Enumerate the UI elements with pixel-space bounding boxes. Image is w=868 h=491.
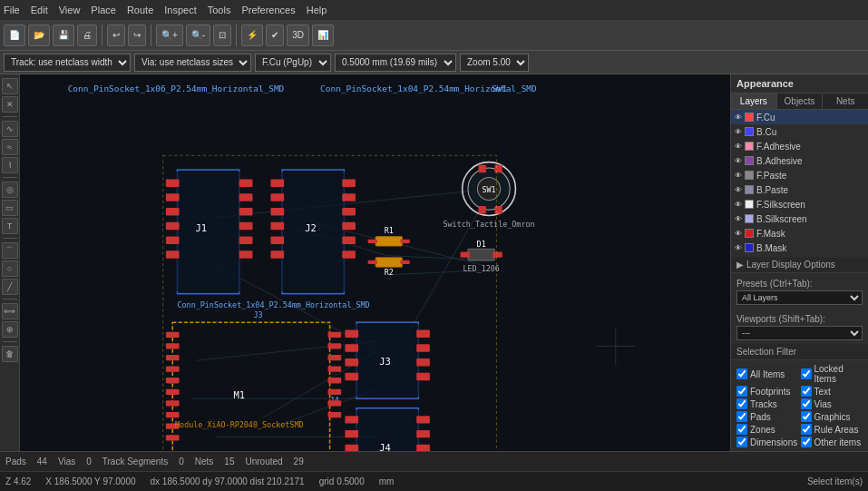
chevron-right-icon: ▶ (736, 260, 744, 270)
layer-visibility-3[interactable]: 👁 (735, 157, 742, 165)
measure-tool[interactable]: ⟺ (2, 303, 18, 319)
layer-visibility-9[interactable]: 👁 (735, 244, 742, 252)
circle-tool[interactable]: ○ (2, 260, 18, 277)
zoom-fit-button[interactable]: ⊡ (213, 25, 231, 46)
selection-filter-grid: All ItemsLocked ItemsFootprintsTextTrack… (731, 360, 868, 451)
layer-visibility-0[interactable]: 👁 (735, 113, 742, 122)
save-button[interactable]: 💾 (53, 25, 74, 46)
layer-item-b-mask[interactable]: 👁B.Mask (731, 241, 868, 255)
tune-tool[interactable]: ⌇ (2, 157, 18, 173)
layer-visibility-2[interactable]: 👁 (735, 142, 742, 151)
layer-item-b-adhesive[interactable]: 👁B.Adhesive (731, 153, 868, 168)
menu-help[interactable]: Help (307, 5, 327, 15)
layer-visibility-6[interactable]: 👁 (735, 201, 742, 209)
layer-item-f-mask[interactable]: 👁F.Mask (731, 226, 868, 241)
route-diff-pair[interactable]: ≈ (2, 139, 18, 155)
zoom-in-button[interactable]: 🔍+ (156, 25, 183, 46)
layer-display-options-label: Layer Display Options (746, 260, 835, 270)
layer-item-f-cu[interactable]: 👁F.Cu (731, 110, 868, 124)
presets-select[interactable]: All Layers (736, 290, 863, 305)
svg-rect-46 (342, 250, 356, 258)
layer-name-5: B.Paste (756, 185, 864, 195)
line-tool[interactable]: ╱ (2, 279, 18, 295)
svg-rect-79 (416, 344, 430, 351)
zoom-out-button[interactable]: 🔍- (186, 25, 210, 46)
sf-checkbox-9[interactable] (801, 424, 812, 435)
arc-tool[interactable]: ⌒ (2, 242, 18, 259)
viewports-select[interactable]: --- (736, 326, 863, 340)
sf-item-2: Footprints (736, 386, 799, 397)
layer-list[interactable]: 👁F.Cu👁B.Cu👁F.Adhesive👁B.Adhesive👁F.Paste… (731, 110, 868, 257)
sf-checkbox-0[interactable] (736, 368, 747, 379)
sf-checkbox-3[interactable] (801, 386, 812, 397)
sf-checkbox-4[interactable] (736, 398, 747, 409)
3d-button[interactable]: 3D (287, 25, 309, 46)
delete-tool[interactable]: 🗑 (2, 346, 18, 362)
plot-button[interactable]: 📊 (312, 25, 334, 46)
svg-rect-63 (368, 260, 378, 264)
layer-item-f-silkscreen[interactable]: 👁F.Silkscreen (731, 197, 868, 211)
layer-visibility-5[interactable]: 👁 (735, 186, 742, 194)
sf-checkbox-10[interactable] (736, 437, 747, 447)
route-track-tool[interactable]: ∿ (2, 121, 18, 137)
svg-text:R2: R2 (385, 268, 394, 277)
sf-label-9: Rule Areas (814, 425, 859, 435)
status-bar: Pads 44 Vias 0 Track Segments 0 Nets 15 … (0, 451, 868, 471)
menu-preferences[interactable]: Preferences (241, 5, 295, 15)
sf-checkbox-11[interactable] (801, 437, 812, 447)
menu-tools[interactable]: Tools (208, 5, 231, 15)
drc-button[interactable]: ✔ (266, 25, 284, 46)
svg-rect-31 (239, 250, 253, 258)
sf-item-0: All Items (736, 364, 799, 384)
menu-inspect[interactable]: Inspect (164, 5, 196, 15)
sf-checkbox-6[interactable] (736, 411, 747, 422)
layer-item-f-paste[interactable]: 👁F.Paste (731, 168, 868, 182)
layer-select[interactable]: F.Cu (PgUp) (255, 54, 331, 72)
layer-display-options-section[interactable]: ▶ Layer Display Options (731, 257, 868, 273)
layer-item-f-adhesive[interactable]: 👁F.Adhesive (731, 139, 868, 153)
layer-item-b-cu[interactable]: 👁B.Cu (731, 124, 868, 139)
sf-checkbox-2[interactable] (736, 386, 747, 397)
select-tool[interactable]: ↖ (2, 78, 18, 94)
add-via-tool[interactable]: ◎ (2, 182, 18, 198)
layer-visibility-7[interactable]: 👁 (735, 215, 742, 223)
sf-checkbox-8[interactable] (736, 424, 747, 435)
undo-button[interactable]: ↩ (107, 25, 125, 46)
layer-visibility-4[interactable]: 👁 (735, 172, 742, 180)
tab-objects[interactable]: Objects (777, 93, 824, 109)
origin-tool[interactable]: ⊕ (2, 321, 18, 338)
svg-rect-30 (239, 237, 253, 244)
layer-item-b-paste[interactable]: 👁B.Paste (731, 182, 868, 197)
pcb-canvas[interactable]: Conn_PinSocket_1x06_P2.54mm_Horizontal_S… (20, 74, 730, 451)
menu-file[interactable]: File (4, 5, 20, 15)
add-text-tool[interactable]: T (2, 218, 18, 234)
highlight-tool[interactable]: ✕ (2, 96, 18, 113)
menu-route[interactable]: Route (127, 5, 153, 15)
tab-nets[interactable]: Nets (823, 93, 868, 109)
tab-layers[interactable]: Layers (731, 93, 777, 109)
sf-checkbox-1[interactable] (801, 368, 812, 379)
new-button[interactable]: 📄 (4, 25, 25, 46)
svg-rect-113 (327, 412, 341, 417)
layer-visibility-1[interactable]: 👁 (735, 128, 742, 136)
ratsnest-button[interactable]: ⚡ (241, 25, 263, 46)
open-button[interactable]: 📂 (28, 25, 50, 46)
sf-checkbox-7[interactable] (801, 411, 812, 422)
menu-view[interactable]: View (59, 5, 81, 15)
svg-rect-102 (166, 400, 180, 406)
via-size-select[interactable]: Via: use netclass sizes (134, 54, 251, 72)
menu-place[interactable]: Place (91, 5, 116, 15)
print-button[interactable]: 🖨 (77, 25, 97, 46)
redo-button[interactable]: ↪ (128, 25, 146, 46)
sf-checkbox-5[interactable] (801, 398, 812, 409)
layer-visibility-8[interactable]: 👁 (735, 230, 742, 238)
svg-rect-74 (345, 330, 358, 338)
clearance-select[interactable]: 0.5000 mm (19.69 mils) (335, 54, 456, 72)
menu-edit[interactable]: Edit (31, 5, 48, 15)
track-width-select[interactable]: Track: use netclass width (4, 54, 131, 72)
nets-value: 15 (224, 457, 234, 466)
add-zone-tool[interactable]: ▭ (2, 200, 18, 216)
svg-rect-53 (494, 165, 502, 172)
layer-item-b-silkscreen[interactable]: 👁B.Silkscreen (731, 211, 868, 226)
zoom-select[interactable]: Zoom 5.00 (460, 54, 529, 72)
